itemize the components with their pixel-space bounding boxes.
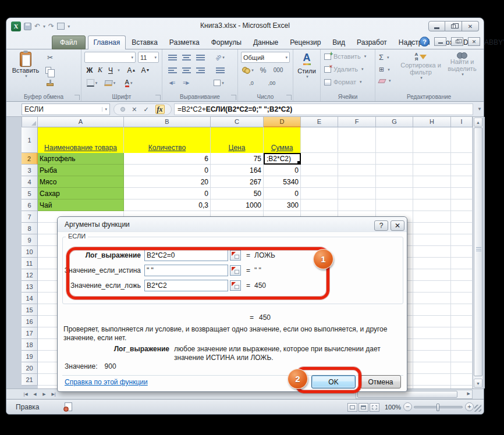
cell[interactable]: 0,3 [124,199,211,211]
close-button[interactable]: ✕ [462,21,479,31]
borders-button[interactable]: ▾ [85,77,99,88]
row-header-21[interactable]: 21 [22,374,38,386]
row-header-15[interactable]: 15 [22,304,38,316]
first-sheet-icon[interactable]: |◀ [22,390,30,398]
macro-record-icon[interactable] [65,402,72,411]
page-break-view-button[interactable] [370,403,379,412]
row-header-19[interactable]: 19 [22,351,38,362]
row-header-8[interactable]: 8 [22,223,38,234]
column-header-B[interactable]: B [124,117,211,127]
merge-center-button[interactable]: ▾ [209,77,229,88]
cut-button[interactable]: ✂ [44,52,56,63]
prev-sheet-icon[interactable]: ◀ [31,390,39,398]
row-header-3[interactable]: 3 [22,165,38,176]
autosum-button[interactable]: Σ▾ [379,53,389,62]
workbook-restore-button[interactable] [451,37,463,46]
tab-рецензир[interactable]: Рецензир [284,35,326,49]
row-header-5[interactable]: 5 [22,188,38,199]
styles-button[interactable]: А Стили ▾ [296,52,318,79]
header-cell[interactable]: Наименование товара [38,127,124,153]
number-dialog-launcher-icon[interactable] [286,95,292,100]
decrease-indent-button[interactable]: ◀≡ [166,77,179,88]
cell[interactable]: Мясо [38,176,124,188]
font-color-button[interactable]: А▾ [121,77,136,88]
name-box-dropdown-icon[interactable]: ▾ [102,107,107,112]
format-cells-button[interactable]: Формат▾ [324,79,362,85]
dialog-help-button[interactable]: ? [374,220,388,231]
align-left-button[interactable] [166,65,179,76]
tab-главная[interactable]: Главная [88,35,126,50]
cancel-entry-icon[interactable]: ✕ [132,106,137,113]
expand-formula-bar-icon[interactable]: ▼ [477,106,482,112]
row-header-10[interactable]: 10 [22,246,38,258]
row-header-2[interactable]: 2 [22,153,38,165]
cell[interactable]: Сахар [38,188,124,199]
row-header-17[interactable]: 17 [22,327,38,339]
cell[interactable]: 164 [211,165,264,176]
scroll-up-icon[interactable]: ▲ [474,117,482,127]
scroll-down-icon[interactable]: ▼ [474,379,482,388]
resize-grip[interactable] [474,405,481,412]
confirm-entry-icon[interactable]: ✓ [143,106,148,113]
zoom-in-icon[interactable]: + [465,402,474,411]
tab-разработ[interactable]: Разработ [351,35,393,49]
accounting-format-button[interactable]: ▾ [240,65,255,76]
cell[interactable]: Рыба [38,165,124,176]
wrap-text-button[interactable] [214,65,226,76]
cell[interactable]: 20 [124,176,211,188]
decrease-font-button[interactable]: A▼ [140,65,151,76]
delete-cells-button[interactable]: Удалить▾ [324,66,364,73]
page-layout-view-button[interactable] [359,403,368,412]
italic-button[interactable]: К [95,65,105,76]
cell[interactable]: 50 [211,188,264,199]
cell[interactable]: 267 [211,176,264,188]
zoom-slider[interactable] [414,406,463,408]
column-header-F[interactable]: F [338,117,376,127]
number-format-combo[interactable]: Общий▾ [241,52,290,63]
comma-style-button[interactable]: 000 [269,65,287,76]
function-help-link[interactable]: Справка по этой функции [65,378,148,386]
scroll-right-icon[interactable]: ▶ [467,391,470,396]
row-header-13[interactable]: 13 [22,281,38,293]
row-header-20[interactable]: 20 [22,362,38,374]
column-header-E[interactable]: E [301,117,338,127]
formula-input[interactable]: =B2*C2+ЕСЛИ(B2*C2=0;" ";B2*C2) [174,104,473,115]
align-bottom-button[interactable] [194,52,207,63]
select-all-corner[interactable] [22,117,38,127]
align-top-button[interactable] [166,52,179,63]
column-header-C[interactable]: C [211,117,264,127]
cell[interactable]: 6 [124,153,211,165]
font-size-combo[interactable]: 11▾ [138,52,159,63]
row-header-16[interactable]: 16 [22,316,38,327]
workbook-minimize-button[interactable] [434,37,446,46]
bold-button[interactable]: Ж [85,65,94,76]
vertical-scrollbar[interactable]: ▲ ▼ [473,117,482,388]
align-right-button[interactable] [194,65,207,76]
format-painter-button[interactable] [44,77,56,88]
increase-font-button[interactable]: A▲ [126,65,137,76]
cancel-button[interactable]: Отмена [360,375,401,388]
next-sheet-icon[interactable]: ▶ [40,390,48,398]
cell[interactable]: 0 [124,165,211,176]
font-dialog-launcher-icon[interactable] [155,95,161,100]
row-header-18[interactable]: 18 [22,339,38,351]
cell[interactable]: ;B2*C2) [264,153,301,165]
underline-button[interactable]: Ч [106,65,115,76]
name-box[interactable]: ЕСЛИ▾ [22,104,110,115]
copy-button[interactable]: ▾ [44,65,56,76]
tab-разметка[interactable]: Разметка [164,35,205,49]
column-header-D[interactable]: D [264,117,301,127]
dialog-close-button[interactable]: ✕ [391,220,404,231]
header-cell[interactable]: Сумма [264,127,301,153]
font-name-combo[interactable]: ▾ [84,52,136,63]
tab-данные[interactable]: Данные [247,35,284,49]
column-header-H[interactable]: H [413,117,451,127]
align-center-button[interactable] [180,65,193,76]
minimize-button[interactable] [428,21,445,31]
row-header-14[interactable]: 14 [22,293,38,304]
cell[interactable]: 1000 [211,199,264,211]
cell[interactable]: Чай [38,199,124,211]
fill-color-button[interactable]: ▾ [102,77,118,88]
row-header-9[interactable]: 9 [22,234,38,246]
tab-вид[interactable]: Вид [326,35,351,49]
